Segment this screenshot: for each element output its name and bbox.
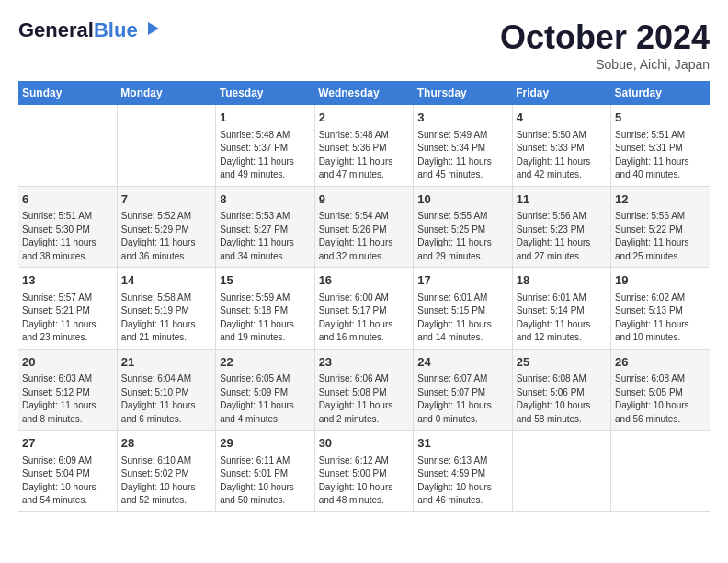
calendar-cell: 26Sunrise: 6:08 AMSunset: 5:05 PMDayligh… — [611, 349, 710, 431]
day-info: Sunrise: 6:10 AMSunset: 5:02 PMDaylight:… — [121, 454, 211, 508]
day-number: 9 — [319, 190, 410, 209]
day-header-wednesday: Wednesday — [314, 81, 414, 105]
day-info: Sunrise: 6:08 AMSunset: 5:05 PMDaylight:… — [615, 373, 706, 426]
day-number: 11 — [517, 190, 607, 209]
day-number: 16 — [319, 271, 410, 290]
day-number: 13 — [22, 271, 113, 290]
calendar-cell: 27Sunrise: 6:09 AMSunset: 5:04 PMDayligh… — [18, 431, 117, 512]
day-number: 5 — [615, 109, 706, 127]
calendar-cell: 7Sunrise: 5:52 AMSunset: 5:29 PMDaylight… — [117, 186, 215, 268]
day-number: 7 — [121, 190, 211, 209]
calendar-cell: 24Sunrise: 6:07 AMSunset: 5:07 PMDayligh… — [414, 349, 512, 431]
day-number: 17 — [417, 271, 507, 290]
day-header-thursday: Thursday — [414, 81, 512, 105]
calendar-cell — [611, 431, 710, 512]
day-info: Sunrise: 5:49 AMSunset: 5:34 PMDaylight:… — [417, 129, 507, 182]
day-info: Sunrise: 6:04 AMSunset: 5:10 PMDaylight:… — [121, 373, 211, 426]
calendar-cell: 18Sunrise: 6:01 AMSunset: 5:14 PMDayligh… — [512, 268, 610, 350]
day-number: 26 — [615, 353, 706, 372]
calendar-cell: 22Sunrise: 6:05 AMSunset: 5:09 PMDayligh… — [216, 349, 314, 431]
day-number: 31 — [417, 434, 507, 453]
calendar-cell: 29Sunrise: 6:11 AMSunset: 5:01 PMDayligh… — [216, 431, 314, 512]
calendar-cell: 4Sunrise: 5:50 AMSunset: 5:33 PMDaylight… — [512, 105, 610, 186]
calendar-cell: 5Sunrise: 5:51 AMSunset: 5:31 PMDaylight… — [611, 105, 710, 186]
calendar-cell: 13Sunrise: 5:57 AMSunset: 5:21 PMDayligh… — [18, 268, 117, 350]
calendar-cell: 31Sunrise: 6:13 AMSunset: 4:59 PMDayligh… — [414, 431, 512, 512]
day-info: Sunrise: 5:55 AMSunset: 5:25 PMDaylight:… — [417, 210, 507, 263]
calendar-cell: 30Sunrise: 6:12 AMSunset: 5:00 PMDayligh… — [314, 431, 414, 512]
calendar-cell — [18, 105, 117, 186]
day-number: 25 — [517, 353, 607, 372]
calendar-cell: 12Sunrise: 5:56 AMSunset: 5:22 PMDayligh… — [611, 186, 710, 268]
calendar-cell — [512, 431, 610, 512]
day-info: Sunrise: 5:52 AMSunset: 5:29 PMDaylight:… — [121, 210, 211, 263]
month-title: October 2024 — [500, 18, 710, 57]
day-header-monday: Monday — [117, 81, 215, 105]
week-row-2: 6Sunrise: 5:51 AMSunset: 5:30 PMDaylight… — [18, 186, 710, 268]
calendar-cell: 28Sunrise: 6:10 AMSunset: 5:02 PMDayligh… — [117, 431, 215, 512]
calendar-table: SundayMondayTuesdayWednesdayThursdayFrid… — [18, 81, 710, 512]
day-number: 10 — [417, 190, 507, 209]
day-number: 8 — [220, 190, 310, 209]
day-info: Sunrise: 5:57 AMSunset: 5:21 PMDaylight:… — [22, 292, 113, 345]
day-number: 18 — [517, 271, 607, 290]
week-row-1: 1Sunrise: 5:48 AMSunset: 5:37 PMDaylight… — [18, 105, 710, 186]
calendar-cell: 8Sunrise: 5:53 AMSunset: 5:27 PMDaylight… — [216, 186, 314, 268]
day-info: Sunrise: 6:06 AMSunset: 5:08 PMDaylight:… — [319, 373, 410, 426]
day-info: Sunrise: 5:48 AMSunset: 5:36 PMDaylight:… — [319, 129, 410, 182]
calendar-cell: 15Sunrise: 5:59 AMSunset: 5:18 PMDayligh… — [216, 268, 314, 350]
day-info: Sunrise: 5:56 AMSunset: 5:22 PMDaylight:… — [615, 210, 706, 263]
day-number: 3 — [417, 109, 507, 127]
day-info: Sunrise: 6:12 AMSunset: 5:00 PMDaylight:… — [319, 454, 410, 508]
day-number: 27 — [22, 434, 113, 453]
calendar-cell: 17Sunrise: 6:01 AMSunset: 5:15 PMDayligh… — [414, 268, 512, 350]
day-info: Sunrise: 6:07 AMSunset: 5:07 PMDaylight:… — [417, 373, 507, 426]
day-header-saturday: Saturday — [611, 81, 710, 105]
days-header-row: SundayMondayTuesdayWednesdayThursdayFrid… — [18, 81, 710, 105]
day-info: Sunrise: 6:11 AMSunset: 5:01 PMDaylight:… — [220, 454, 310, 508]
calendar-cell: 16Sunrise: 6:00 AMSunset: 5:17 PMDayligh… — [314, 268, 414, 350]
day-number: 20 — [22, 353, 113, 372]
week-row-4: 20Sunrise: 6:03 AMSunset: 5:12 PMDayligh… — [18, 349, 710, 431]
calendar-cell: 11Sunrise: 5:56 AMSunset: 5:23 PMDayligh… — [512, 186, 610, 268]
day-number: 2 — [319, 109, 410, 127]
day-number: 30 — [319, 434, 410, 453]
calendar-cell: 20Sunrise: 6:03 AMSunset: 5:12 PMDayligh… — [18, 349, 117, 431]
calendar-cell: 21Sunrise: 6:04 AMSunset: 5:10 PMDayligh… — [117, 349, 215, 431]
day-number: 22 — [220, 353, 310, 372]
day-info: Sunrise: 5:56 AMSunset: 5:23 PMDaylight:… — [517, 210, 607, 263]
calendar-cell: 2Sunrise: 5:48 AMSunset: 5:36 PMDaylight… — [314, 105, 414, 186]
logo-icon — [141, 18, 161, 39]
calendar-cell: 1Sunrise: 5:48 AMSunset: 5:37 PMDaylight… — [216, 105, 314, 186]
logo: GeneralBlue — [18, 18, 161, 42]
day-info: Sunrise: 5:53 AMSunset: 5:27 PMDaylight:… — [220, 210, 310, 263]
day-number: 24 — [417, 353, 507, 372]
calendar-cell: 23Sunrise: 6:06 AMSunset: 5:08 PMDayligh… — [314, 349, 414, 431]
calendar-cell: 19Sunrise: 6:02 AMSunset: 5:13 PMDayligh… — [611, 268, 710, 350]
calendar-cell: 14Sunrise: 5:58 AMSunset: 5:19 PMDayligh… — [117, 268, 215, 350]
day-info: Sunrise: 5:58 AMSunset: 5:19 PMDaylight:… — [121, 292, 211, 345]
page-header: GeneralBlue October 2024 Sobue, Aichi, J… — [18, 18, 710, 72]
day-header-tuesday: Tuesday — [216, 81, 314, 105]
day-number: 23 — [319, 353, 410, 372]
calendar-cell — [117, 105, 215, 186]
day-info: Sunrise: 6:09 AMSunset: 5:04 PMDaylight:… — [22, 454, 113, 508]
location: Sobue, Aichi, Japan — [500, 57, 710, 72]
logo-name: GeneralBlue — [18, 18, 138, 42]
calendar-cell: 9Sunrise: 5:54 AMSunset: 5:26 PMDaylight… — [314, 186, 414, 268]
day-info: Sunrise: 6:03 AMSunset: 5:12 PMDaylight:… — [22, 373, 113, 426]
day-number: 6 — [22, 190, 113, 209]
day-number: 19 — [615, 271, 706, 290]
day-number: 28 — [121, 434, 211, 453]
day-number: 12 — [615, 190, 706, 209]
calendar-cell: 10Sunrise: 5:55 AMSunset: 5:25 PMDayligh… — [414, 186, 512, 268]
calendar-cell: 25Sunrise: 6:08 AMSunset: 5:06 PMDayligh… — [512, 349, 610, 431]
day-number: 21 — [121, 353, 211, 372]
day-header-friday: Friday — [512, 81, 610, 105]
calendar-cell: 6Sunrise: 5:51 AMSunset: 5:30 PMDaylight… — [18, 186, 117, 268]
day-info: Sunrise: 6:13 AMSunset: 4:59 PMDaylight:… — [417, 454, 507, 508]
day-info: Sunrise: 5:50 AMSunset: 5:33 PMDaylight:… — [517, 129, 607, 182]
week-row-3: 13Sunrise: 5:57 AMSunset: 5:21 PMDayligh… — [18, 268, 710, 350]
day-header-sunday: Sunday — [18, 81, 117, 105]
day-info: Sunrise: 5:51 AMSunset: 5:30 PMDaylight:… — [22, 210, 113, 263]
